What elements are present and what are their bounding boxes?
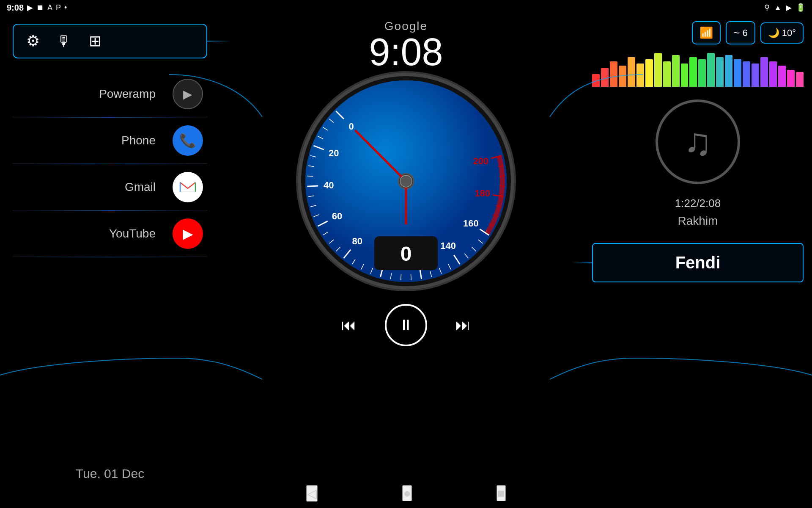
moon-icon: 🌙 bbox=[768, 28, 779, 39]
play-status-icon: ▶ bbox=[27, 3, 33, 12]
recent-button[interactable]: ■ bbox=[497, 485, 506, 501]
status-icons: 📶 ~ 6 🌙 10° bbox=[584, 15, 812, 44]
svg-text:40: 40 bbox=[324, 180, 334, 190]
svg-text:60: 60 bbox=[332, 211, 342, 221]
eq-bar bbox=[601, 68, 609, 87]
music-icon: ♫ bbox=[656, 99, 740, 184]
eq-bar bbox=[743, 61, 750, 87]
music-note-icon: ♫ bbox=[683, 120, 712, 164]
signal-strength-icon: ▶ bbox=[786, 3, 792, 12]
back-icon: ◁ bbox=[307, 486, 317, 500]
svg-text:180: 180 bbox=[475, 188, 490, 199]
prev-icon: ⏮ bbox=[341, 316, 357, 334]
home-icon: ● bbox=[403, 486, 411, 500]
back-button[interactable]: ◁ bbox=[306, 485, 318, 502]
next-button[interactable]: ⏭ bbox=[448, 310, 478, 340]
svg-text:0: 0 bbox=[401, 243, 412, 265]
track-artist: Rakhim bbox=[592, 214, 804, 228]
svg-point-62 bbox=[400, 175, 412, 187]
svg-text:80: 80 bbox=[352, 236, 362, 246]
wind-value: 6 bbox=[742, 28, 747, 39]
eq-bar bbox=[707, 53, 715, 87]
eq-bar bbox=[689, 57, 697, 87]
grid-icon[interactable]: ⊞ bbox=[89, 32, 102, 50]
wifi-icon: 📶 bbox=[700, 26, 713, 39]
home-button[interactable]: ● bbox=[402, 485, 411, 501]
eq-bar bbox=[681, 64, 689, 87]
svg-line-28 bbox=[411, 274, 411, 280]
track-time: 1:22/2:08 bbox=[592, 197, 804, 210]
status-right: ⚲ ▲ ▶ 🔋 bbox=[764, 3, 805, 12]
prev-button[interactable]: ⏮ bbox=[334, 310, 364, 340]
nav-bar: ◁ ● ■ bbox=[0, 478, 812, 508]
track-info: 1:22/2:08 Rakhim bbox=[584, 193, 812, 239]
app-name-poweramp: Poweramp bbox=[17, 87, 156, 101]
eq-bar bbox=[610, 61, 617, 87]
music-icon-section: ♫ bbox=[584, 99, 812, 184]
eq-bar bbox=[636, 64, 644, 87]
eq-bar bbox=[734, 59, 741, 87]
pause-icon: ⏸ bbox=[398, 316, 414, 334]
eq-bar bbox=[645, 59, 653, 87]
svg-line-12 bbox=[307, 176, 313, 177]
eq-bar bbox=[654, 53, 662, 87]
next-icon: ⏭ bbox=[455, 316, 471, 334]
weather-widget: 🌙 10° bbox=[760, 22, 804, 44]
svg-text:160: 160 bbox=[463, 218, 479, 229]
status-left: 9:08 ▶ ⏹ A P • bbox=[7, 3, 67, 13]
settings-icon[interactable]: ⚙ bbox=[26, 32, 40, 50]
play-pause-button[interactable]: ⏸ bbox=[385, 304, 427, 346]
right-panel: 📶 ~ 6 🌙 10° ♫ 1:22/2:08 Rakhim Fendi bbox=[584, 15, 812, 494]
temp-value: 10° bbox=[782, 28, 796, 39]
svg-text:140: 140 bbox=[440, 240, 456, 251]
signal-icon: ▲ bbox=[774, 3, 782, 12]
clock-section: Google 9:08 bbox=[369, 19, 443, 71]
media-controls: ⏮ ⏸ ⏭ bbox=[334, 304, 478, 346]
eq-bar bbox=[628, 57, 635, 87]
dot-icon: • bbox=[64, 3, 67, 12]
microphone-icon[interactable]: 🎙 bbox=[57, 32, 72, 50]
clock-time: 9:08 bbox=[369, 33, 443, 71]
app-name-youtube: YouTube bbox=[17, 227, 156, 240]
recent-icon: ■ bbox=[497, 486, 505, 500]
eq-bar bbox=[619, 66, 626, 87]
svg-text:20: 20 bbox=[329, 148, 339, 158]
svg-line-42 bbox=[499, 186, 505, 187]
eq-bar bbox=[778, 66, 786, 87]
eq-bar bbox=[725, 55, 732, 87]
song-name-box: Fendi bbox=[592, 243, 804, 282]
svg-line-27 bbox=[401, 274, 401, 280]
svg-line-43 bbox=[499, 176, 505, 177]
svg-text:0: 0 bbox=[348, 121, 354, 132]
a-icon: A bbox=[47, 3, 52, 12]
song-name: Fendi bbox=[675, 253, 721, 272]
eq-bar bbox=[716, 57, 724, 87]
location-icon: ⚲ bbox=[764, 3, 770, 12]
eq-bar bbox=[796, 72, 804, 87]
eq-bar bbox=[592, 74, 600, 87]
speedometer-container: 020406080100120140160180200 0 bbox=[292, 67, 520, 295]
p-icon: P bbox=[56, 3, 61, 12]
equalizer bbox=[592, 53, 804, 87]
eq-bar bbox=[672, 55, 680, 87]
eq-bar bbox=[698, 59, 706, 87]
svg-text:200: 200 bbox=[473, 156, 488, 166]
wifi-widget: 📶 bbox=[692, 21, 721, 44]
eq-bar bbox=[760, 57, 768, 87]
app-name-phone: Phone bbox=[17, 134, 156, 147]
wind-icon: ~ bbox=[733, 26, 740, 39]
app-name-gmail: Gmail bbox=[17, 180, 156, 194]
status-time: 9:08 bbox=[7, 3, 24, 13]
center-panel: Google 9:08 bbox=[161, 15, 651, 346]
eq-bar bbox=[787, 70, 795, 87]
battery-icon: 🔋 bbox=[796, 3, 805, 12]
status-bar: 9:08 ▶ ⏹ A P • ⚲ ▲ ▶ 🔋 bbox=[0, 0, 812, 15]
eq-bar bbox=[752, 64, 759, 87]
eq-bar bbox=[663, 61, 671, 87]
wind-widget: ~ 6 bbox=[726, 21, 755, 44]
speedometer-svg: 020406080100120140160180200 0 bbox=[292, 67, 520, 295]
stop-icon: ⏹ bbox=[36, 3, 44, 12]
eq-bar bbox=[769, 61, 777, 87]
svg-line-13 bbox=[307, 186, 318, 186]
